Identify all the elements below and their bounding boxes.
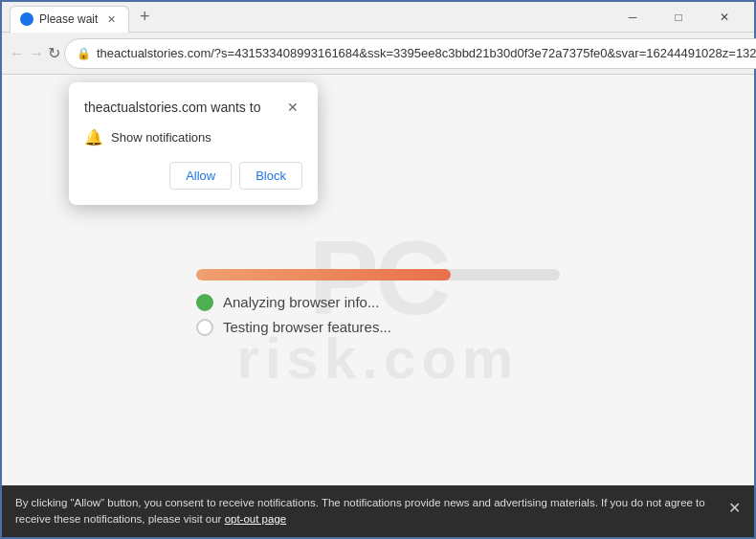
- titlebar: Please wait ✕ + ─ □ ✕: [2, 2, 754, 33]
- popup-actions: Allow Block: [84, 162, 302, 190]
- popup-title: theactualstories.com wants to: [84, 100, 260, 115]
- status-item-1: Analyzing browser info...: [196, 294, 560, 311]
- new-tab-button[interactable]: +: [133, 6, 156, 29]
- minimize-button[interactable]: ─: [611, 2, 655, 33]
- back-button[interactable]: ←: [10, 38, 25, 69]
- tab-favicon-icon: [20, 12, 33, 26]
- tab-close-button[interactable]: ✕: [103, 11, 119, 27]
- lock-icon: 🔒: [77, 47, 91, 60]
- content-area: PC risk.com Analyzing browser info... Te…: [2, 75, 754, 537]
- status-item-2: Testing browser features...: [196, 319, 560, 336]
- consent-bar: By clicking "Allow" button, you consent …: [2, 485, 754, 538]
- status-dot-2: [196, 319, 213, 336]
- consent-text: By clicking "Allow" button, you consent …: [15, 495, 717, 528]
- allow-button[interactable]: Allow: [169, 162, 232, 190]
- progress-bar-wrapper: [196, 269, 560, 281]
- forward-button[interactable]: →: [29, 38, 44, 69]
- window-controls: ─ □ ✕: [611, 2, 746, 33]
- address-bar[interactable]: 🔒 theactualstories.com/?s=43153340899316…: [64, 38, 756, 69]
- browser-tab[interactable]: Please wait ✕: [10, 6, 129, 33]
- opt-out-link[interactable]: opt-out page: [225, 513, 287, 525]
- address-text: theactualstories.com/?s=4315334089931616…: [97, 46, 756, 60]
- consent-text-content: By clicking "Allow" button, you consent …: [15, 497, 705, 525]
- status-text-2: Testing browser features...: [223, 319, 391, 335]
- block-button[interactable]: Block: [239, 162, 302, 190]
- tab-title: Please wait: [39, 12, 98, 26]
- maximize-button[interactable]: □: [656, 2, 700, 33]
- refresh-button[interactable]: ↻: [48, 38, 60, 69]
- status-text-1: Analyzing browser info...: [223, 294, 379, 310]
- popup-permission: 🔔 Show notifications: [84, 128, 302, 146]
- permission-label: Show notifications: [111, 130, 211, 145]
- progress-bar-fill: [196, 269, 451, 281]
- svg-point-0: [22, 14, 32, 24]
- consent-close-button[interactable]: ✕: [728, 497, 741, 520]
- progress-container: Analyzing browser info... Testing browse…: [196, 269, 560, 344]
- close-button[interactable]: ✕: [702, 2, 746, 33]
- status-dot-1: [196, 294, 213, 311]
- navbar: ← → ↻ 🔒 theactualstories.com/?s=43153340…: [2, 33, 754, 75]
- popup-close-button[interactable]: ✕: [283, 98, 302, 117]
- browser-window: Please wait ✕ + ─ □ ✕ ← → ↻ 🔒 theactuals…: [0, 0, 756, 539]
- popup-header: theactualstories.com wants to ✕: [84, 98, 302, 117]
- bell-icon: 🔔: [84, 128, 103, 146]
- notification-popup: theactualstories.com wants to ✕ 🔔 Show n…: [69, 82, 318, 205]
